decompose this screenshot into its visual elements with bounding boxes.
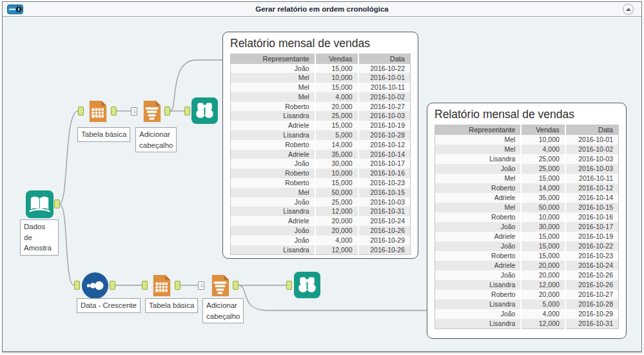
- table-cell: 25,000: [315, 111, 358, 121]
- column-header: Vendas: [315, 54, 358, 64]
- table-row: João30,0002016-10-17: [231, 159, 411, 168]
- table-cell: João: [435, 222, 522, 232]
- table-cell: 2016-10-03: [565, 164, 619, 174]
- table-cell: 2016-10-26: [565, 270, 619, 280]
- table-cell: Mel: [435, 135, 522, 145]
- table-row: Roberto15,0002016-10-23: [231, 178, 411, 188]
- input-anchor[interactable]: [74, 281, 80, 290]
- table-row: Adriele20,0002016-10-24: [435, 261, 619, 270]
- table-cell: 15,000: [521, 174, 565, 183]
- table-row: João30,0002016-10-17: [435, 222, 619, 232]
- table-row: Adriele35,0002016-10-14: [231, 150, 411, 159]
- table-cell: 2016-10-26: [358, 245, 411, 255]
- header-document-icon: [139, 99, 164, 124]
- output-anchor[interactable]: [164, 107, 170, 116]
- input-anchor[interactable]: [78, 107, 84, 116]
- output-anchor[interactable]: [110, 281, 115, 290]
- tool-label[interactable]: Adicionar cabeçalho: [202, 298, 244, 323]
- tool-label[interactable]: Tabela básica: [77, 127, 130, 142]
- table-row: Mel50,0002016-10-15: [231, 188, 411, 198]
- tool-label[interactable]: Tabela básica: [145, 298, 198, 313]
- table-row: Lisandra5,0002016-10-28: [231, 130, 411, 140]
- tool-browse-top[interactable]: [191, 97, 218, 124]
- table-cell: 12,000: [521, 319, 565, 329]
- table-cell: 2016-10-24: [565, 261, 619, 270]
- table-cell: 50,000: [315, 188, 358, 198]
- table-document-icon: [149, 273, 174, 298]
- table-cell: 30,000: [521, 222, 565, 232]
- tool-input-data[interactable]: [26, 190, 54, 218]
- table-cell: 35,000: [521, 193, 565, 203]
- table-cell: 35,000: [315, 150, 358, 159]
- header-document-icon: [208, 273, 233, 298]
- table-cell: Adriele: [435, 193, 522, 203]
- table-cell: 5,000: [521, 299, 565, 309]
- table-row: Mel50,0002016-10-15: [435, 203, 619, 212]
- report-table-wrap: RepresentanteVendasDataJoão15,0002016-10…: [230, 54, 411, 255]
- output-anchor[interactable]: [233, 281, 239, 290]
- report-card-sorted[interactable]: Relatório mensal de vendas Representante…: [427, 103, 627, 339]
- table-cell: 50,000: [521, 203, 565, 212]
- table-row: Roberto20,0002016-10-27: [231, 102, 411, 112]
- table-cell: Roberto: [435, 183, 522, 193]
- table-row: Lisandra12,0002016-10-31: [435, 319, 619, 329]
- table-row: Adriele35,0002016-10-14: [435, 193, 619, 203]
- report-table: RepresentanteVendasDataMel10,0002016-10-…: [434, 125, 619, 329]
- table-row: Mel15,0002016-10-11: [231, 83, 411, 92]
- table-cell: 25,000: [521, 164, 565, 174]
- table-cell: 2016-10-11: [565, 174, 619, 183]
- table-cell: João: [435, 164, 522, 174]
- tool-sort-date-ascending[interactable]: [81, 272, 109, 299]
- connector[interactable]: [239, 285, 428, 310]
- table-row: Roberto10,0002016-10-16: [435, 212, 619, 222]
- column-header: Representante: [231, 54, 315, 64]
- table-cell: 2016-10-03: [358, 198, 411, 207]
- tool-label[interactable]: Adicionar cabeçalho: [135, 127, 177, 152]
- connector[interactable]: [59, 204, 74, 285]
- input-anchor[interactable]: ↴: [198, 281, 204, 290]
- table-row: Adriele15,0002016-10-19: [231, 121, 411, 130]
- tool-label[interactable]: Data - Crescente: [77, 298, 141, 313]
- tool-basic-table-top[interactable]: [85, 99, 110, 124]
- tool-label[interactable]: Dados de Amostra: [20, 219, 59, 256]
- table-row: Lisandra12,0002016-10-26: [231, 245, 411, 255]
- table-cell: 2016-10-31: [565, 319, 619, 329]
- output-anchor[interactable]: [54, 199, 60, 208]
- input-anchor[interactable]: [142, 281, 148, 290]
- tool-browse-bottom[interactable]: [294, 272, 320, 298]
- table-cell: 20,000: [315, 216, 358, 226]
- input-anchor[interactable]: [286, 281, 292, 290]
- input-anchor[interactable]: ↴: [131, 107, 137, 116]
- table-cell: 2016-10-02: [565, 145, 619, 154]
- table-row: João20,0002016-10-26: [435, 270, 619, 280]
- collapse-button[interactable]: [623, 4, 634, 15]
- report-card-unsorted[interactable]: Relatório mensal de vendas Representante…: [222, 32, 418, 259]
- tool-basic-table-bottom[interactable]: [149, 273, 174, 298]
- open-book-icon: [26, 190, 54, 218]
- output-anchor[interactable]: [111, 107, 117, 116]
- report-title: Relatório mensal de vendas: [230, 37, 410, 50]
- container-titlebar[interactable]: Gerar relatório em ordem cronológica: [3, 2, 641, 17]
- table-cell: 2016-10-03: [358, 111, 411, 121]
- tool-add-header-bottom[interactable]: [208, 273, 233, 298]
- tool-add-header-top[interactable]: [139, 99, 164, 124]
- table-cell: 2016-10-24: [358, 216, 411, 226]
- table-cell: Roberto: [435, 251, 522, 261]
- table-cell: 15,000: [521, 241, 565, 251]
- table-row: Lisandra12,0002016-10-31: [231, 207, 411, 216]
- input-anchor[interactable]: [184, 107, 190, 116]
- table-cell: 2016-10-28: [358, 130, 411, 140]
- table-cell: 20,000: [521, 290, 565, 299]
- table-cell: Lisandra: [231, 130, 315, 140]
- table-cell: João: [231, 159, 315, 168]
- table-cell: Lisandra: [435, 319, 522, 329]
- table-cell: 4,000: [315, 92, 358, 102]
- workflow-canvas[interactable]: Dados de Amostra Tabela básica ↴: [3, 17, 641, 351]
- table-cell: Lisandra: [231, 207, 315, 216]
- table-cell: 4,000: [521, 145, 565, 154]
- connector[interactable]: [59, 111, 78, 204]
- output-anchor[interactable]: [175, 281, 181, 290]
- table-cell: João: [435, 309, 522, 319]
- table-cell: 25,000: [315, 198, 358, 207]
- table-cell: Roberto: [231, 168, 315, 178]
